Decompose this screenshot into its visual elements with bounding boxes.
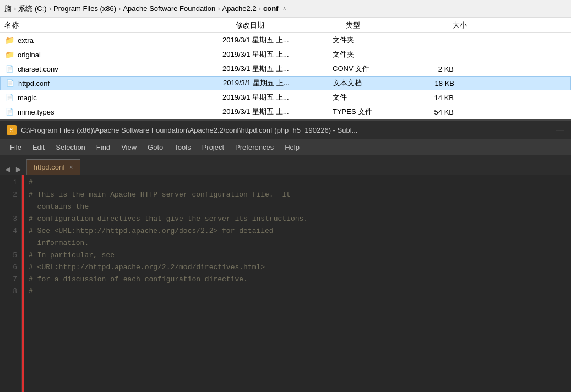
file-type: CONV 文件 [333,64,421,74]
code-editor[interactable]: # # This is the main Apache HTTP server … [22,175,571,300]
menu-file[interactable]: File [4,141,27,154]
file-type: 文件夹 [333,35,421,45]
file-type: 文本文档 [333,78,421,88]
menu-selection[interactable]: Selection [50,141,90,154]
nav-right-arrow[interactable]: ► [13,165,24,175]
file-row-original[interactable]: 📁 original 2019/3/1 星期五 上... 文件夹 [0,47,571,62]
nav-arrows: ◄ ► [2,165,24,175]
file-date: 2019/3/1 星期五 上... [222,92,333,102]
file-size: 54 KB [421,108,465,116]
menu-edit[interactable]: Edit [27,141,50,154]
menu-view[interactable]: View [116,141,142,154]
file-name: original [18,51,41,59]
file-row-magic[interactable]: 📄 magic 2019/3/1 星期五 上... 文件 14 KB [0,90,571,105]
code-line-1: # [29,177,571,189]
file-row-mime[interactable]: 📄 mime.types 2019/3/1 星期五 上... TYPES 文件 … [0,105,571,119]
file-size: 14 KB [421,94,465,102]
tab-label: httpd.conf [34,163,65,171]
line-numbers: 1 2 3 4 5 6 7 8 [0,175,22,392]
file-name: magic [18,94,37,102]
code-line-3: # configuration directives that give the… [29,213,571,225]
editor-area: 1 2 3 4 5 6 7 8 # # This is the main Apa… [0,175,571,392]
file-list: 📁 extra 2019/3/1 星期五 上... 文件夹 📁 original… [0,33,571,119]
code-line-2b: contains the [29,201,571,213]
file-doc-icon: 📄 [5,78,15,88]
file-date: 2019/3/1 星期五 上... [222,35,333,45]
sublime-title-text: C:\Program Files (x86)\Apache Software F… [21,126,357,134]
col-size-header[interactable]: 大小 [434,20,478,30]
tab-close-button[interactable]: × [69,164,73,171]
code-line-4: # See <URL:http://httpd.apache.org/docs/… [29,225,571,237]
minimize-button[interactable]: — [556,125,564,134]
code-line-5: # In particular, see [29,249,571,262]
file-type: TYPES 文件 [333,107,421,117]
file-row-httpd[interactable]: 📄 httpd.conf 2019/3/1 星期五 上... 文本文档 18 K… [0,76,571,90]
menu-bar: File Edit Selection Find View Goto Tools… [0,139,571,155]
file-name: mime.types [18,108,54,116]
file-row-charset[interactable]: 📄 charset.conv 2019/3/1 星期五 上... CONV 文件… [0,62,571,76]
tab-bar: ◄ ► httpd.conf × [0,155,571,175]
file-date: 2019/3/1 星期五 上... [222,64,333,74]
file-name: extra [18,36,34,45]
code-line-8: # [29,286,571,298]
file-doc-icon: 📄 [4,92,14,102]
menu-goto[interactable]: Goto [142,141,168,154]
file-doc-icon: 📄 [4,107,14,117]
breadcrumb-item-0[interactable]: 脑 [4,4,12,14]
file-date: 2019/3/1 星期五 上... [222,107,333,117]
sublime-icon: S [7,125,17,135]
menu-project[interactable]: Project [197,141,230,154]
file-row-extra[interactable]: 📁 extra 2019/3/1 星期五 上... 文件夹 [0,33,571,47]
folder-icon: 📁 [4,50,14,59]
file-type: 文件 [333,92,421,102]
file-name: httpd.conf [18,79,50,88]
col-type-header[interactable]: 类型 [346,20,434,30]
code-line-6: # <URL:http://httpd.apache.org/2.2/mod/d… [29,262,571,274]
file-doc-icon: 📄 [4,64,14,74]
breadcrumb-item-4[interactable]: Apache2.2 [222,4,256,13]
col-date-header[interactable]: 修改日期 [236,20,346,30]
breadcrumb-item-3[interactable]: Apache Software Foundation [123,4,215,13]
file-size: 2 KB [421,65,465,73]
code-line-7: # for a discussion of each configuration… [29,274,571,286]
folder-icon: 📁 [4,35,14,45]
code-line-4b: information. [29,237,571,249]
breadcrumb-item-2[interactable]: Program Files (x86) [53,4,116,13]
file-name: charset.conv [18,65,58,73]
menu-tools[interactable]: Tools [168,141,196,154]
breadcrumb: 脑 › 系统 (C:) › Program Files (x86) › Apac… [0,0,571,18]
code-line-2: # This is the main Apache HTTP server co… [29,189,571,201]
file-date: 2019/3/1 星期五 上... [223,78,333,88]
nav-left-arrow[interactable]: ◄ [2,165,13,175]
file-size: 18 KB [421,79,465,88]
breadcrumb-item-1[interactable]: 系统 (C:) [18,4,46,14]
col-name-header[interactable]: 名称 [4,20,236,30]
file-date: 2019/3/1 星期五 上... [222,50,333,59]
sublime-titlebar: S C:\Program Files (x86)\Apache Software… [0,119,571,139]
menu-preferences[interactable]: Preferences [230,141,279,154]
menu-help[interactable]: Help [279,141,305,154]
file-type: 文件夹 [333,50,421,59]
breadcrumb-up-arrow: ∧ [282,6,286,12]
column-headers: 名称 修改日期 类型 大小 [0,18,571,33]
breadcrumb-item-5[interactable]: conf [263,4,278,13]
menu-find[interactable]: Find [91,141,116,154]
tab-httpd-conf[interactable]: httpd.conf × [26,159,80,175]
